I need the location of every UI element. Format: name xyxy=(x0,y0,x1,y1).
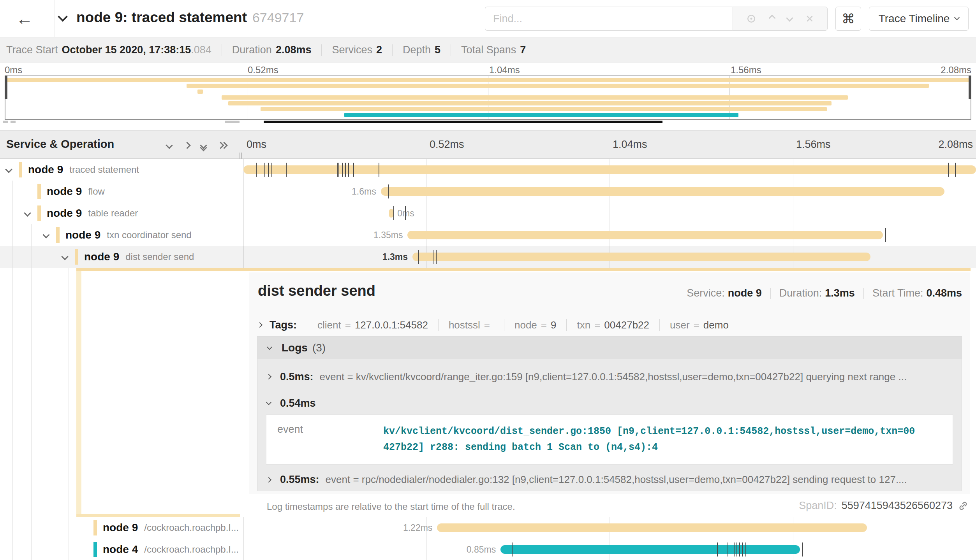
find-input[interactable] xyxy=(485,7,733,31)
span-bar[interactable] xyxy=(381,187,944,196)
span-tree-item[interactable]: node 9dist sender send xyxy=(0,246,243,268)
link-icon[interactable] xyxy=(957,500,969,512)
minimap-axis: 0ms 0.52ms 1.04ms 1.56ms 2.08ms xyxy=(0,65,976,75)
find-clear-icon[interactable] xyxy=(805,14,815,24)
indent-guide xyxy=(50,246,50,268)
minimap-span-bar xyxy=(5,112,971,118)
chevron-right-icon xyxy=(266,477,271,482)
span-service: node 4 xyxy=(103,543,138,556)
log-field-key: event xyxy=(266,423,383,456)
span-bar-lane[interactable] xyxy=(243,159,976,181)
chevron-down-icon xyxy=(266,400,271,405)
log-field-value: kv/kvclient/kvcoord/dist_sender.go:1850 … xyxy=(383,423,915,456)
span-row: node 9txn coordinator send 1.35ms xyxy=(0,224,976,246)
log-marker-tick xyxy=(736,542,737,556)
span-bar[interactable] xyxy=(407,231,883,239)
minimap-drag-handle[interactable] xyxy=(11,121,16,123)
indent-guide xyxy=(12,202,13,224)
tag-item: hostssl= xyxy=(438,319,504,331)
span-bar[interactable] xyxy=(412,253,870,261)
chevron-down-icon[interactable] xyxy=(25,210,30,217)
log-text: event = rpc/nodedialer/nodedialer.go:132… xyxy=(326,474,907,486)
minimap-drag-handle[interactable] xyxy=(225,121,240,123)
view-selector-button[interactable]: Trace Timeline xyxy=(869,7,969,31)
tags-row[interactable]: Tags: client=127.0.0.1:54582 hostssl= no… xyxy=(258,316,739,334)
tag-item: user=demo xyxy=(659,319,739,331)
log-marker-tick xyxy=(353,163,354,177)
trace-start-label: Trace Start xyxy=(6,44,58,56)
locate-icon[interactable] xyxy=(745,13,757,25)
duration-value: 2.08ms xyxy=(276,44,312,56)
span-operation: /cockroach.roachpb.I... xyxy=(144,544,239,555)
log-marker-tick xyxy=(717,542,718,556)
back-arrow-icon[interactable]: ← xyxy=(11,7,38,30)
tag-item: client=127.0.0.1:54582 xyxy=(307,319,438,331)
log-marker-tick xyxy=(512,542,513,556)
span-bar-lane[interactable]: 0.85ms xyxy=(243,539,976,560)
log-entry[interactable]: 0.55ms: event = rpc/nodedialer/nodediale… xyxy=(257,469,962,491)
view-selector-label: Trace Timeline xyxy=(879,12,950,25)
span-color-chip xyxy=(37,184,41,199)
span-bar-lane[interactable]: 1.22ms xyxy=(243,517,976,539)
minimap-right-scrubber-handle[interactable] xyxy=(969,75,971,99)
minimap-canvas[interactable] xyxy=(5,75,971,120)
span-tree-item[interactable]: node 9flow xyxy=(0,181,243,202)
span-bar-lane[interactable]: 0ms xyxy=(243,202,976,224)
expand-all-icon[interactable] xyxy=(218,142,228,149)
log-marker-tick xyxy=(271,163,272,177)
collapse-one-icon[interactable] xyxy=(167,142,172,149)
meta-separator xyxy=(770,288,771,299)
indent-guide xyxy=(69,539,69,560)
expand-one-icon[interactable] xyxy=(185,142,190,149)
log-marker-tick xyxy=(345,163,345,177)
minimap-scroll-thumb[interactable] xyxy=(264,121,662,123)
span-bar-lane[interactable]: 1.6ms xyxy=(243,181,976,202)
span-bar[interactable] xyxy=(389,209,393,218)
service-value: node 9 xyxy=(728,287,762,299)
span-tree-item[interactable]: node 9txn coordinator send xyxy=(0,224,243,246)
log-entry-expanded[interactable]: 0.54ms xyxy=(257,394,962,412)
find-prev-icon[interactable] xyxy=(770,15,775,22)
chevron-down-icon[interactable] xyxy=(6,167,11,174)
span-tree-item[interactable]: node 9/cockroach.roachpb.I... xyxy=(0,517,243,539)
span-id-label: SpanID: xyxy=(799,500,837,512)
collapse-all-icon[interactable] xyxy=(201,142,211,149)
span-tree-item[interactable]: node 9table reader xyxy=(0,202,243,224)
title-chevron-down-icon[interactable] xyxy=(59,13,66,22)
span-duration-label: 0.85ms xyxy=(467,544,496,555)
log-marker-tick xyxy=(379,163,379,177)
minimap-left-scrubber-handle[interactable] xyxy=(5,75,7,99)
span-color-chip xyxy=(75,249,78,265)
total-spans-value: 7 xyxy=(520,44,526,56)
log-entry[interactable]: 0.5ms: event = kv/kvclient/kvcoord/range… xyxy=(257,365,962,388)
indent-guide xyxy=(31,539,32,560)
span-operation: table reader xyxy=(88,208,138,219)
trace-timeline-view: ← node 9: traced statement6749717 ⌘ Trac… xyxy=(0,0,976,560)
keyboard-shortcuts-button[interactable]: ⌘ xyxy=(835,7,861,31)
log-marker-tick xyxy=(348,163,349,177)
chevron-down-icon[interactable] xyxy=(62,254,67,261)
duration-value: 1.3ms xyxy=(825,287,855,299)
log-marker-tick xyxy=(337,163,338,177)
span-bar[interactable] xyxy=(437,523,867,532)
span-bar-lane[interactable]: 1.3ms xyxy=(243,246,976,268)
trace-id-short: 6749717 xyxy=(252,10,304,25)
span-bar-lane[interactable]: 1.35ms xyxy=(243,224,976,246)
logs-header[interactable]: Logs (3) xyxy=(257,337,962,359)
span-operation: dist sender send xyxy=(125,251,194,262)
span-bar[interactable] xyxy=(500,545,800,554)
find-next-icon[interactable] xyxy=(787,15,792,22)
total-spans-label: Total Spans xyxy=(461,44,516,56)
detail-accent-bar xyxy=(76,271,81,514)
chevron-down-icon[interactable] xyxy=(44,232,49,239)
indent-guide xyxy=(31,246,32,268)
chevron-right-icon xyxy=(266,374,271,379)
span-tree-item[interactable]: node 9traced statement xyxy=(0,159,243,181)
detail-divider xyxy=(258,310,961,310)
span-duration-label: 1.35ms xyxy=(373,230,403,241)
column-resizer-grip[interactable] xyxy=(238,153,243,159)
span-row-selected: node 9dist sender send 1.3ms xyxy=(0,246,976,268)
span-tree-item[interactable]: node 4/cockroach.roachpb.I... xyxy=(0,539,243,560)
minimap-drag-handle[interactable] xyxy=(3,121,8,123)
tag-item: node=9 xyxy=(504,319,567,331)
